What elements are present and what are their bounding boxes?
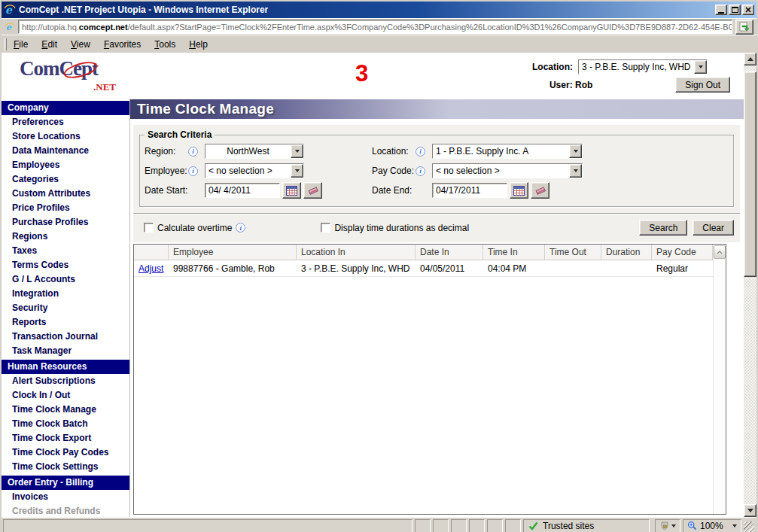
calculate-overtime-label: Calculate overtime bbox=[157, 223, 232, 233]
sidebar-item-data-maintenance[interactable]: Data Maintenance bbox=[2, 144, 129, 158]
menu-tools[interactable]: Tools bbox=[148, 37, 182, 52]
sidebar-item-preferences[interactable]: Preferences bbox=[2, 115, 129, 129]
date-start-clear-button[interactable] bbox=[303, 182, 322, 199]
separator bbox=[133, 213, 740, 214]
sidebar-header-order-entry-billing[interactable]: Order Entry - Billing bbox=[2, 476, 129, 490]
paycode-info-icon[interactable]: i bbox=[416, 166, 425, 176]
paycode-select-arrow[interactable] bbox=[569, 164, 582, 178]
location-filter-select[interactable]: 1 - P.B.E. Supply Inc. A bbox=[432, 144, 583, 159]
sidebar-item-reports[interactable]: Reports bbox=[2, 315, 129, 330]
sidebar-item-store-locations[interactable]: Store Locations bbox=[2, 129, 129, 144]
url-domain: comcept.net bbox=[79, 23, 128, 32]
sidebar-item-time-clock-manage[interactable]: Time Clock Manage bbox=[2, 403, 129, 417]
sidebar-item-categories[interactable]: Categories bbox=[2, 172, 129, 187]
location-filter-label: Location: bbox=[372, 146, 416, 157]
sidebar-item-credits-and-refunds[interactable]: Credits and Refunds bbox=[2, 504, 129, 517]
cell-pay-code: Regular bbox=[652, 260, 713, 276]
date-end-input[interactable]: 04/17/2011 bbox=[432, 183, 507, 198]
paycode-select[interactable]: < no selection > bbox=[432, 163, 583, 178]
sidebar-item-time-clock-pay-codes[interactable]: Time Clock Pay Codes bbox=[2, 445, 129, 460]
minimize-button[interactable] bbox=[715, 5, 727, 15]
employee-select-value: < no selection > bbox=[205, 164, 291, 178]
sidebar-item-task-manager[interactable]: Task Manager bbox=[2, 344, 129, 358]
sidebar-item-regions[interactable]: Regions bbox=[2, 230, 129, 244]
location-info-icon[interactable]: i bbox=[416, 147, 425, 157]
minimize-icon bbox=[718, 12, 724, 14]
sidebar-nav: Company Preferences Store Locations Data… bbox=[2, 99, 130, 517]
go-button[interactable] bbox=[735, 20, 753, 35]
region-select-arrow[interactable] bbox=[291, 144, 303, 158]
employee-info-icon[interactable]: i bbox=[188, 166, 198, 176]
location-filter-value: 1 - P.B.E. Supply Inc. A bbox=[433, 144, 569, 158]
maximize-button[interactable] bbox=[729, 5, 741, 15]
arrow-up-icon bbox=[747, 57, 753, 61]
sidebar-item-clock-in-out[interactable]: Clock In / Out bbox=[2, 388, 129, 403]
sidebar-item-terms-codes[interactable]: Terms Codes bbox=[2, 258, 129, 272]
menu-file[interactable]: File bbox=[7, 37, 35, 52]
close-button[interactable] bbox=[742, 5, 754, 15]
location-select[interactable]: 3 - P.B.E. Supply Inc, WHD bbox=[578, 59, 708, 74]
sidebar-item-transaction-journal[interactable]: Transaction Journal bbox=[2, 330, 129, 344]
sidebar-item-price-profiles[interactable]: Price Profiles bbox=[2, 201, 129, 215]
protection-pane[interactable] bbox=[655, 519, 680, 532]
status-pane-3 bbox=[451, 519, 467, 532]
options-row: Calculate overtime i Display time durati… bbox=[139, 220, 734, 237]
decimal-durations-checkbox[interactable] bbox=[321, 223, 330, 233]
menu-edit[interactable]: Edit bbox=[35, 37, 64, 52]
employee-select-arrow[interactable] bbox=[291, 164, 303, 178]
search-row-3: Date Start: 04/ 4/2011 bbox=[145, 181, 727, 200]
calculate-overtime-checkbox[interactable] bbox=[144, 223, 154, 233]
menu-help[interactable]: Help bbox=[182, 37, 215, 52]
chevron-down-icon bbox=[574, 150, 578, 153]
sidebar-header-human-resources[interactable]: Human Resources bbox=[2, 360, 129, 374]
menu-favorites[interactable]: Favorites bbox=[97, 37, 148, 52]
location-select-value: 3 - P.B.E. Supply Inc, WHD bbox=[579, 60, 694, 74]
search-button[interactable]: Search bbox=[639, 220, 687, 236]
sidebar-item-time-clock-settings[interactable]: Time Clock Settings bbox=[2, 460, 129, 474]
security-zone-label: Trusted sites bbox=[543, 521, 594, 531]
region-select[interactable]: NorthWest bbox=[205, 144, 304, 159]
resize-grip[interactable] bbox=[744, 521, 754, 532]
sidebar-item-time-clock-export[interactable]: Time Clock Export bbox=[2, 431, 129, 445]
adjust-link[interactable]: Adjust bbox=[139, 263, 163, 274]
location-select-arrow[interactable] bbox=[694, 60, 707, 74]
sidebar-item-security[interactable]: Security bbox=[2, 301, 129, 315]
date-start-input[interactable]: 04/ 4/2011 bbox=[205, 183, 280, 198]
url-prefix: http://utopia.hq. bbox=[22, 23, 79, 32]
scroll-thumb[interactable] bbox=[744, 71, 756, 277]
status-pane-5 bbox=[487, 519, 503, 532]
date-end-calendar-button[interactable] bbox=[510, 182, 528, 199]
sidebar-item-custom-attributes[interactable]: Custom Attributes bbox=[2, 187, 129, 201]
grid-scroll-up-button[interactable] bbox=[714, 245, 726, 259]
clear-button[interactable]: Clear bbox=[693, 220, 734, 236]
menu-view[interactable]: View bbox=[64, 37, 97, 52]
status-pane-2 bbox=[433, 519, 449, 532]
sidebar-item-employees[interactable]: Employees bbox=[2, 158, 129, 172]
scroll-down-button[interactable] bbox=[744, 504, 756, 517]
sidebar-item-invoices[interactable]: Invoices bbox=[2, 490, 129, 504]
date-start-calendar-button[interactable] bbox=[282, 182, 301, 199]
sidebar-item-purchase-profiles[interactable]: Purchase Profiles bbox=[2, 215, 129, 230]
sign-out-button[interactable]: Sign Out bbox=[675, 77, 730, 93]
sidebar-item-time-clock-batch[interactable]: Time Clock Batch bbox=[2, 417, 129, 431]
browser-scrollbar[interactable] bbox=[744, 53, 756, 517]
region-info-icon[interactable]: i bbox=[188, 147, 198, 157]
employee-select[interactable]: < no selection > bbox=[205, 163, 304, 178]
date-start-label: Date Start: bbox=[145, 185, 205, 196]
calendar-icon bbox=[513, 186, 525, 196]
header-time-in: Time In bbox=[483, 245, 545, 260]
eraser-icon bbox=[307, 186, 319, 196]
sidebar-item-alert-subscriptions[interactable]: Alert Subscriptions bbox=[2, 374, 129, 388]
cell-time-in: 04:04 PM bbox=[483, 260, 545, 276]
sidebar-item-integration[interactable]: Integration bbox=[2, 287, 129, 301]
sidebar-item-gl-accounts[interactable]: G / L Accounts bbox=[2, 272, 129, 287]
sidebar-header-company[interactable]: Company bbox=[2, 101, 129, 115]
url-input[interactable]: http://utopia.hq.comcept.net/default.asp… bbox=[18, 20, 732, 34]
grid-scrollbar[interactable] bbox=[713, 245, 726, 514]
location-filter-arrow[interactable] bbox=[569, 144, 582, 158]
sidebar-item-taxes[interactable]: Taxes bbox=[2, 244, 129, 258]
date-end-clear-button[interactable] bbox=[531, 182, 549, 199]
scroll-up-button[interactable] bbox=[744, 53, 756, 65]
overtime-info-icon[interactable]: i bbox=[236, 223, 245, 233]
zoom-pane[interactable]: 100% bbox=[683, 519, 741, 532]
